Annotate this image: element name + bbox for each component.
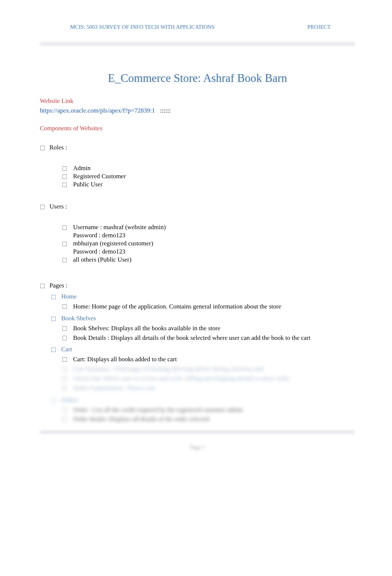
page-item: 🞎 Order details: Displays all details of… xyxy=(62,415,355,424)
user-entry: 🞎 all others (Public User) xyxy=(62,256,355,263)
page-section-title: Home xyxy=(61,293,77,300)
page-item-text: Home: Home page of the application. Cont… xyxy=(73,302,355,311)
page-item: 🞎 Order : List all the credit required b… xyxy=(62,406,355,414)
bullet-icon: 🞎 xyxy=(62,335,73,342)
bullet-icon: 🞎 xyxy=(62,303,73,311)
url-suffix: :::::: xyxy=(160,107,171,114)
role-item: 🞎 Registered Customer xyxy=(62,173,355,180)
roles-heading-text: Roles : xyxy=(49,144,67,151)
components-label: Components of Websites xyxy=(40,125,355,132)
website-link-row: https://apex.oracle.com/pls/apex/f?p=728… xyxy=(40,107,355,114)
role-item: 🞎 Public User xyxy=(62,181,355,188)
page-item: 🞎 Home: Home page of the application. Co… xyxy=(62,302,355,311)
user-line: Username : mashraf (website admin) xyxy=(73,224,166,231)
pages-heading-text: Pages : xyxy=(49,282,68,289)
page-section-cart: 🞎 Cart xyxy=(51,346,355,353)
bullet-icon: 🞎 xyxy=(40,145,49,151)
header-divider xyxy=(40,42,355,46)
user-line: all others (Public User) xyxy=(73,256,131,263)
page-header: MCIS: 5003 SURVEY OF INFO TECH WITH APPL… xyxy=(40,24,355,32)
role-text: Admin xyxy=(73,165,90,172)
user-entry: 🞎 mbhuiyan (registered customer) xyxy=(62,240,355,247)
page-item-text: Book Details : Displays all details of t… xyxy=(73,334,355,342)
pages-heading: 🞎 Pages : xyxy=(40,282,355,289)
user-password-line: Password : demo123 xyxy=(73,232,355,239)
bullet-icon: 🞎 xyxy=(62,225,73,231)
page-section-title: Book Shelves xyxy=(61,315,96,322)
page-item-text: Cart: Displays all books added to the ca… xyxy=(73,355,355,364)
page-item-text: Order Confirmation : Places cart xyxy=(73,384,355,393)
page-item-blurred: 🞎 Cart Summary : Final page of booking a… xyxy=(62,365,355,373)
bullet-icon: 🞎 xyxy=(62,416,73,423)
bullet-icon: 🞎 xyxy=(51,397,61,403)
page-item: 🞎 Cart: Displays all books added to the … xyxy=(62,355,355,364)
page-section-orders: 🞎 Orders xyxy=(51,396,355,404)
page-item-text: Order details: Displays all details of t… xyxy=(73,415,355,424)
page-item-text: Cart Summary : Final page of booking all… xyxy=(73,365,355,373)
footer-page-number: Page 1 xyxy=(40,444,355,451)
bullet-icon: 🞎 xyxy=(62,325,73,332)
bullet-icon: 🞎 xyxy=(62,257,73,263)
bullet-icon: 🞎 xyxy=(62,385,73,392)
role-item: 🞎 Admin xyxy=(62,165,355,172)
page-item-text: Order : List all the credit required by … xyxy=(73,406,355,414)
page-section-title: Orders xyxy=(61,396,78,404)
website-link-label: Website Link xyxy=(40,97,355,105)
user-password-line: Password : demo123 xyxy=(73,248,355,255)
bullet-icon: 🞎 xyxy=(51,347,61,353)
bullet-icon: 🞎 xyxy=(62,366,73,373)
bullet-icon: 🞎 xyxy=(62,241,73,247)
bullet-icon: 🞎 xyxy=(62,375,73,383)
users-heading: 🞎 Users : xyxy=(40,203,355,210)
footer-divider xyxy=(40,430,355,434)
bullet-icon: 🞎 xyxy=(62,407,73,414)
page-section-orders-blurred: 🞎 Orders 🞎 Order : List all the credit r… xyxy=(40,396,355,424)
bullet-icon: 🞎 xyxy=(40,283,49,289)
project-label: PROJECT xyxy=(307,24,352,30)
document-title: E_Commerce Store: Ashraf Book Barn xyxy=(40,72,355,85)
user-entry: 🞎 Username : mashraf (website admin) xyxy=(62,224,355,231)
role-text: Registered Customer xyxy=(73,173,126,180)
bullet-icon: 🞎 xyxy=(62,356,73,363)
bullet-icon: 🞎 xyxy=(62,182,73,188)
role-text: Public User xyxy=(73,181,103,188)
bullet-icon: 🞎 xyxy=(62,166,73,172)
page-item-text: Check Out: Where user to review and work… xyxy=(73,374,355,383)
page-item: 🞎 Book Shelves: Displays all the books a… xyxy=(62,324,355,333)
users-heading-text: Users : xyxy=(49,203,67,210)
page-section-home: 🞎 Home xyxy=(51,293,355,300)
page-section-title: Cart xyxy=(61,346,72,353)
page-section-book-shelves: 🞎 Book Shelves xyxy=(51,315,355,322)
user-line: mbhuiyan (registered customer) xyxy=(73,240,153,247)
document-page: MCIS: 5003 SURVEY OF INFO TECH WITH APPL… xyxy=(0,0,392,473)
bullet-icon: 🞎 xyxy=(51,316,61,322)
course-code: MCIS: 5003 SURVEY OF INFO TECH WITH APPL… xyxy=(70,24,214,30)
bullet-icon: 🞎 xyxy=(51,294,61,300)
roles-heading: 🞎 Roles : xyxy=(40,144,355,151)
page-item-text: Book Shelves: Displays all the books ava… xyxy=(73,324,355,333)
website-url[interactable]: https://apex.oracle.com/pls/apex/f?p=728… xyxy=(40,107,155,114)
page-item-blurred: 🞎 Check Out: Where user to review and wo… xyxy=(62,374,355,383)
page-item: 🞎 Book Details : Displays all details of… xyxy=(62,334,355,342)
page-item-blurred: 🞎 Order Confirmation : Places cart xyxy=(62,384,355,393)
bullet-icon: 🞎 xyxy=(40,204,49,210)
bullet-icon: 🞎 xyxy=(62,174,73,180)
